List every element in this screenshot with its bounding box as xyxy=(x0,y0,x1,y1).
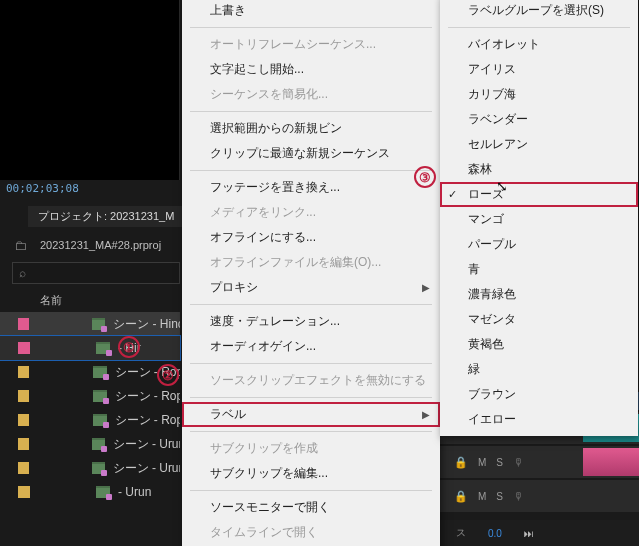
label-swatch xyxy=(18,390,29,402)
audio-track[interactable]: 🔒 M S 🎙 xyxy=(440,446,639,478)
label-text: セルレアン xyxy=(468,136,528,153)
clip-name: シーン - Urun xyxy=(113,436,180,453)
menu-item: シーケンスを簡易化... xyxy=(182,82,440,107)
separator xyxy=(448,27,630,28)
project-tab[interactable]: プロジェクト: 20231231_M xyxy=(28,206,184,227)
label-option[interactable]: アイリス xyxy=(440,57,638,82)
clip-row[interactable]: シーン - Urun xyxy=(0,456,180,480)
context-menu: 上書きオートリフレームシーケンス...文字起こし開始...シーケンスを簡易化..… xyxy=(182,0,440,546)
clip-row[interactable]: シーン - Urun xyxy=(0,432,180,456)
label-option[interactable]: 森林 xyxy=(440,157,638,182)
label-option[interactable]: マンゴ xyxy=(440,207,638,232)
menu-item[interactable]: 選択範囲からの新規ビン xyxy=(182,116,440,141)
menu-item[interactable]: 速度・デュレーション... xyxy=(182,309,440,334)
menu-item[interactable]: 上書き xyxy=(182,0,440,23)
chevron-right-icon: ▶ xyxy=(422,409,430,420)
lock-icon[interactable]: 🔒 xyxy=(454,490,468,503)
label-text: 黄褐色 xyxy=(468,336,504,353)
waveform[interactable] xyxy=(583,448,639,476)
label-option[interactable]: ✓ローズ xyxy=(440,182,638,207)
separator xyxy=(190,111,432,112)
label-swatch xyxy=(18,438,29,450)
clip-row[interactable]: シーン - Rop xyxy=(0,360,180,384)
label-option[interactable]: マゼンタ xyxy=(440,307,638,332)
label-option[interactable]: 黄褐色 xyxy=(440,332,638,357)
clip-name: シーン - Urun xyxy=(113,460,180,477)
label-option[interactable]: バイオレット xyxy=(440,32,638,57)
menu-item[interactable]: 文字起こし開始... xyxy=(182,57,440,82)
label-text: カリブ海 xyxy=(468,86,516,103)
menu-item: メディアをリンク... xyxy=(182,200,440,225)
label-option[interactable]: カリブ海 xyxy=(440,82,638,107)
bin-icon[interactable]: 🗀 xyxy=(14,238,27,253)
menu-item: オートリフレームシーケンス... xyxy=(182,32,440,57)
solo-toggle[interactable]: S xyxy=(496,457,503,468)
menu-item[interactable]: ソースモニターで開く xyxy=(182,495,440,520)
label-text: マンゴ xyxy=(468,211,504,228)
clip-name: - Urun xyxy=(118,485,151,499)
label-option[interactable]: ブラウン xyxy=(440,382,638,407)
label-option[interactable]: イエロー xyxy=(440,407,638,432)
label-option[interactable]: セルレアン xyxy=(440,132,638,157)
menu-item[interactable]: ラベルグループを選択(S) xyxy=(440,0,638,23)
clip-row[interactable]: - Hir xyxy=(0,336,180,360)
label-text: 緑 xyxy=(468,361,480,378)
timecode: 00;02;03;08 xyxy=(6,182,79,195)
label-swatch xyxy=(18,366,29,378)
project-list: シーン - Hino - Hirシーン - Ropシーン - Ropシーン - … xyxy=(0,312,180,504)
mic-icon[interactable]: 🎙 xyxy=(513,456,524,468)
menu-item[interactable]: フッテージを置き換え... xyxy=(182,175,440,200)
label-text: バイオレット xyxy=(468,36,540,53)
preview-area xyxy=(0,0,180,180)
label-text: アイリス xyxy=(468,61,516,78)
clip-icon xyxy=(92,438,105,450)
badge-2: ② xyxy=(157,364,179,386)
menu-item[interactable]: ラベル▶ xyxy=(182,402,440,427)
label-option[interactable]: パープル xyxy=(440,232,638,257)
separator xyxy=(190,170,432,171)
separator xyxy=(190,397,432,398)
menu-item[interactable]: オーディオゲイン... xyxy=(182,334,440,359)
label-swatch xyxy=(18,342,30,354)
label-option[interactable]: 青 xyxy=(440,257,638,282)
label-text: ラベンダー xyxy=(468,111,528,128)
label-swatch xyxy=(18,318,29,330)
clip-row[interactable]: シーン - Hino xyxy=(0,312,180,336)
skip-icon[interactable]: ⏭ xyxy=(524,528,534,539)
clip-row[interactable]: シーン - Rop xyxy=(0,384,180,408)
separator xyxy=(190,27,432,28)
badge-3: ③ xyxy=(414,166,436,188)
label-text: 森林 xyxy=(468,161,492,178)
check-icon: ✓ xyxy=(448,188,457,201)
audio-track[interactable]: 🔒 M S 🎙 xyxy=(440,480,639,512)
label-swatch xyxy=(18,414,29,426)
clip-icon xyxy=(93,414,106,426)
solo-toggle[interactable]: S xyxy=(496,491,503,502)
menu-item: サブクリップを作成 xyxy=(182,436,440,461)
mute-toggle[interactable]: M xyxy=(478,491,486,502)
label-text: 濃青緑色 xyxy=(468,286,516,303)
menu-item[interactable]: サブクリップを編集... xyxy=(182,461,440,486)
chevron-right-icon: ▶ xyxy=(422,282,430,293)
label-swatch xyxy=(18,462,29,474)
search-input[interactable]: ⌕ xyxy=(12,262,180,284)
label-option[interactable]: 緑 xyxy=(440,357,638,382)
mute-toggle[interactable]: M xyxy=(478,457,486,468)
clip-row[interactable]: シーン - Rop xyxy=(0,408,180,432)
clip-row[interactable]: - Urun xyxy=(0,480,180,504)
label-option[interactable]: 濃青緑色 xyxy=(440,282,638,307)
column-name[interactable]: 名前 xyxy=(40,293,62,308)
playback-rate[interactable]: 0.0 xyxy=(488,528,502,539)
menu-item[interactable]: オフラインにする... xyxy=(182,225,440,250)
lock-icon[interactable]: 🔒 xyxy=(454,456,468,469)
label-swatch xyxy=(18,486,30,498)
label-option[interactable]: ラベンダー xyxy=(440,107,638,132)
label-text: ローズ xyxy=(468,186,504,203)
mic-icon[interactable]: 🎙 xyxy=(513,490,524,502)
menu-item[interactable]: プロキシ▶ xyxy=(182,275,440,300)
clip-name: シーン - Hino xyxy=(113,316,180,333)
menu-item[interactable]: クリップに最適な新規シーケンス xyxy=(182,141,440,166)
clip-icon xyxy=(96,486,110,498)
label-text: イエロー xyxy=(468,411,516,428)
label-text: ブラウン xyxy=(468,386,516,403)
